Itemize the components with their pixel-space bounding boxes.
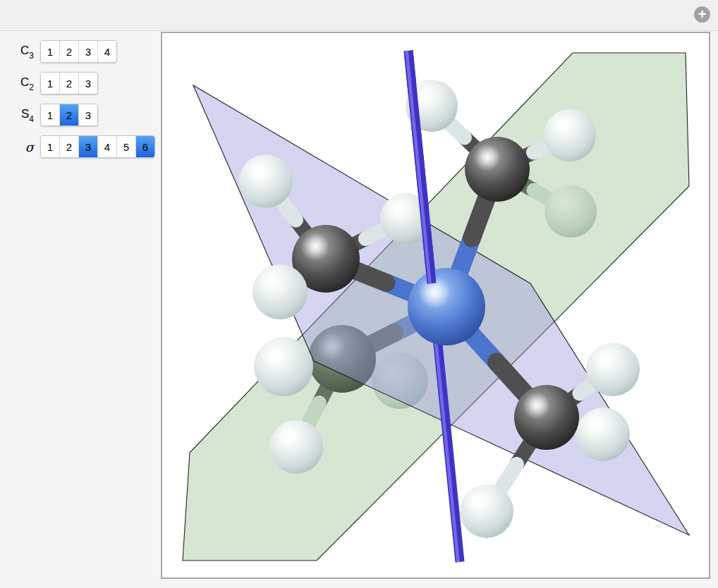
- setter-button-c3-4[interactable]: 4: [97, 41, 116, 62]
- setter-group-sigma: 123456: [40, 135, 155, 158]
- molecule-3d-view: [162, 33, 709, 577]
- setter-label-c3: C3: [8, 44, 34, 59]
- setter-button-s4-3[interactable]: 3: [78, 104, 97, 125]
- setter-group-s4: 123: [40, 104, 98, 126]
- setter-button-c3-3[interactable]: 3: [78, 41, 97, 62]
- setter-button-sigma-4[interactable]: 4: [97, 136, 116, 157]
- atom-hydrogen: [269, 420, 323, 474]
- setter-label-c2: C2: [8, 75, 34, 91]
- setter-row-s4: S4123: [8, 104, 155, 125]
- setter-button-sigma-1[interactable]: 1: [41, 136, 59, 157]
- setter-button-sigma-5[interactable]: 5: [116, 136, 135, 157]
- atom-hydrogen: [460, 484, 513, 538]
- atom-carbon: [465, 137, 530, 202]
- setter-button-c2-1[interactable]: 1: [41, 73, 59, 94]
- toolbar: +: [0, 0, 718, 31]
- setter-button-s4-2[interactable]: 2: [59, 104, 78, 125]
- setter-button-sigma-2[interactable]: 2: [59, 136, 78, 157]
- specular-highlight: [583, 413, 606, 436]
- specular-highlight: [473, 144, 501, 171]
- plus-icon: +: [698, 7, 707, 21]
- setter-button-c3-1[interactable]: 1: [41, 41, 59, 62]
- atom-hydrogen: [239, 154, 293, 208]
- atom-nitrogen: [408, 268, 485, 345]
- setter-label-s4: S4: [8, 107, 34, 123]
- setter-button-c2-2[interactable]: 2: [59, 73, 78, 94]
- setter-button-sigma-6[interactable]: 6: [135, 136, 154, 157]
- setter-button-c3-2[interactable]: 2: [59, 41, 78, 62]
- setter-group-c3: 1234: [40, 40, 117, 63]
- setter-button-s4-1[interactable]: 1: [41, 104, 59, 125]
- setter-group-c2: 123: [40, 72, 98, 94]
- setter-row-c2: C2123: [8, 73, 155, 94]
- specular-highlight: [593, 348, 616, 371]
- setter-label-sigma: σ: [8, 140, 34, 154]
- graphics-panel[interactable]: [161, 32, 710, 579]
- specular-highlight: [260, 271, 283, 294]
- atom-hydrogen: [544, 109, 596, 161]
- specular-highlight: [387, 199, 408, 220]
- setter-button-sigma-3[interactable]: 3: [78, 136, 97, 157]
- atom-hydrogen: [586, 343, 640, 396]
- setter-row-c3: C31234: [8, 41, 155, 62]
- atom-hydrogen: [254, 337, 313, 396]
- specular-highlight: [246, 160, 269, 183]
- specular-highlight: [262, 343, 286, 368]
- atom-carbon: [514, 385, 579, 450]
- specular-highlight: [523, 392, 550, 419]
- plus-button[interactable]: +: [694, 6, 710, 23]
- specular-highlight: [551, 115, 573, 137]
- atom-hydrogen: [252, 264, 308, 319]
- atom-hydrogen: [576, 408, 630, 461]
- setter-button-c2-3[interactable]: 3: [78, 73, 97, 94]
- specular-highlight: [276, 426, 299, 448]
- controls-panel: C31234C2123S4123σ123456: [0, 31, 155, 168]
- specular-highlight: [467, 490, 489, 513]
- setter-row-sigma: σ123456: [8, 136, 155, 157]
- specular-highlight: [300, 233, 329, 261]
